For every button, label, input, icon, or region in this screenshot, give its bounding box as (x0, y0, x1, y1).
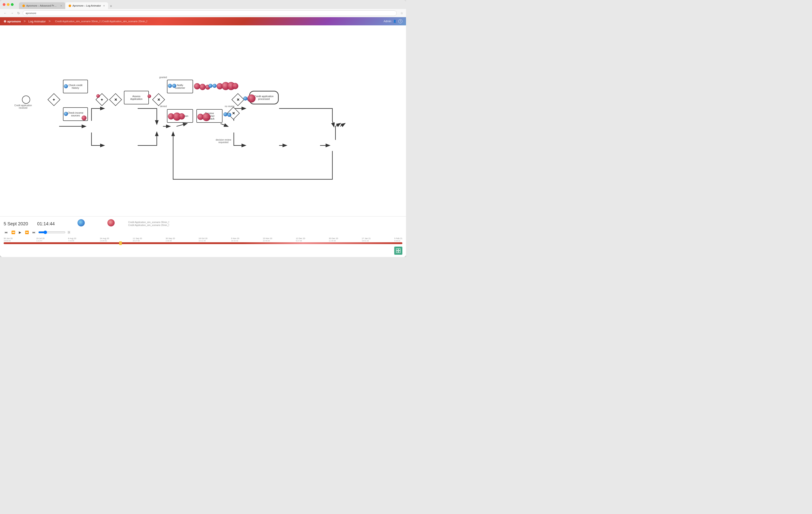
label-decision-review: decision reviewrequested (216, 139, 231, 144)
ts-12: 5 Feb 210:23:31 (394, 237, 402, 242)
token-red-assess (147, 94, 151, 98)
logo-icon: ⊕ (4, 20, 6, 23)
ts-4: 11 Sep 2020:27:50 (133, 237, 142, 242)
address-bar[interactable]: apromore (23, 10, 397, 16)
timeline-track[interactable]: 30 Jun 2019:00:00 19 Jul 201:21:57 6 Aug… (4, 237, 402, 244)
gateway-xor-2: ✕ (152, 93, 165, 106)
token-red-rejection3 (178, 113, 185, 120)
tab-close-icon[interactable]: ✕ (103, 4, 105, 7)
gateway-parallel-1: + (48, 93, 60, 106)
back-button[interactable]: ← (3, 10, 8, 16)
browser-window: 🟠 Apromore – Advanced Process /... ✕ 🟠 A… (0, 0, 406, 257)
tab-advanced-process[interactable]: 🟠 Apromore – Advanced Process /... ✕ (19, 2, 65, 9)
header-separator2: > (49, 19, 51, 23)
ts-1: 19 Jul 201:21:57 (36, 237, 45, 242)
svg-rect-7 (396, 249, 398, 250)
label-granted: granted (159, 76, 167, 79)
header-separator: > (24, 19, 26, 23)
svg-rect-10 (399, 251, 400, 253)
bookmark-icon[interactable]: ☆ (400, 11, 403, 15)
gateway-x-icon3: ✕ (236, 98, 239, 102)
playback-controls: ⏮ ⏪ ▶ ⏩ ⏭ 3 (4, 230, 402, 235)
reload-button[interactable]: ↻ (16, 10, 21, 16)
app-name: apromore (7, 20, 21, 23)
gateway-x-icon2: ✕ (157, 98, 160, 102)
gateway-xor-3: ✕ (232, 93, 244, 106)
header-left: ⊕ apromore > Log Animator > Credit Appli… (4, 19, 147, 23)
svg-line-2 (176, 124, 187, 126)
bottom-panel: 5 Sept 2020 01:14:44 Credit Application_… (0, 216, 406, 257)
ts-6: 18 Oct 2010:11:45 (199, 237, 207, 242)
token-blue-xor4-1 (223, 112, 228, 116)
ts-9: 12 Dec 205:17:38 (296, 237, 305, 242)
svg-line-3 (221, 124, 228, 126)
skip-end-button[interactable]: ⏭ (31, 230, 36, 235)
label-no-review: no review (225, 105, 234, 108)
date-display: 5 Sept 2020 (4, 221, 28, 226)
token-red-income (82, 116, 87, 120)
gateway-plus-icon: + (53, 97, 55, 102)
admin-label: Admin (383, 20, 391, 23)
token-blue-notify2 (172, 84, 176, 88)
legend-area (78, 219, 115, 226)
token-blue-notify1 (168, 84, 172, 88)
gateway-x-icon4: ✕ (232, 111, 235, 116)
tab-close-icon[interactable]: ✕ (60, 4, 62, 7)
tab-list: 🟠 Apromore – Advanced Process /... ✕ 🟠 A… (19, 0, 114, 9)
module-name: Log Animator (28, 20, 46, 23)
tab-label: Apromore – Advanced Process /... (26, 4, 58, 7)
rewind-button[interactable]: ⏪ (10, 230, 16, 235)
token-red-granted2 (199, 84, 206, 90)
bpmn-canvas[interactable]: Credit applicationreceived + Check credi… (0, 25, 406, 216)
ts-7: 5 Nov 2016:33:43 (231, 237, 239, 242)
apromore-logo: ⊕ apromore (4, 20, 21, 23)
timeline-header: 5 Sept 2020 01:14:44 Credit Application_… (4, 219, 402, 228)
gateway-x-icon1: ✕ (114, 98, 117, 102)
main-content: Credit applicationreceived + Check credi… (0, 25, 406, 257)
play-button[interactable]: ▶ (18, 230, 22, 235)
label-denied: denied (160, 105, 167, 108)
app-header: ⊕ apromore > Log Animator > Credit Appli… (0, 17, 406, 25)
minimap-icon[interactable] (394, 247, 402, 255)
legend-dot-blue (78, 219, 85, 226)
maximize-button[interactable] (11, 3, 13, 6)
task-assess[interactable]: AssessApplication (124, 91, 149, 104)
new-tab-button[interactable]: + (108, 3, 114, 9)
forward-button[interactable]: → (9, 10, 14, 16)
speed-value: 3 (67, 231, 70, 234)
skip-start-button[interactable]: ⏮ (4, 230, 9, 235)
help-icon[interactable]: ? (398, 19, 402, 23)
ts-2: 6 Aug 207:43:55 (68, 237, 76, 242)
title-bar: 🟠 Apromore – Advanced Process /... ✕ 🟠 A… (0, 0, 406, 9)
token-blue-xor4-2 (227, 113, 231, 117)
tab-log-animator[interactable]: 🟠 Apromore – Log Animator ✕ (65, 2, 108, 9)
nav-bar: ← → ↻ apromore ☆ (0, 9, 406, 17)
fast-forward-button[interactable]: ⏩ (24, 230, 30, 235)
token-blue-income (64, 112, 68, 116)
time-display: 01:14:44 (37, 221, 55, 226)
token-red-gw2 (96, 94, 100, 98)
breadcrumb: Credit Application_sim_scenario 30min_f … (55, 20, 147, 23)
speed-slider[interactable] (38, 231, 65, 234)
minimap-svg (396, 248, 401, 253)
token-red-end (248, 94, 256, 102)
legend-label-blue: Credit Application_sim_scenario 30min_f (128, 221, 169, 223)
ts-10: 30 Dec 2011:39:36 (329, 237, 338, 242)
traffic-lights (3, 3, 13, 6)
svg-rect-8 (399, 249, 400, 250)
user-icon: 👤 (393, 20, 397, 23)
ts-0: 30 Jun 2019:00:00 (4, 237, 13, 242)
token-blue-credit (64, 84, 68, 88)
timeline-cursor[interactable] (119, 241, 122, 245)
legend-dot-pink (107, 219, 115, 226)
close-button[interactable] (3, 3, 5, 6)
svg-line-6 (340, 124, 345, 126)
minimize-button[interactable] (7, 3, 9, 6)
timeline-bar[interactable] (4, 242, 402, 244)
timeline-labels: 30 Jun 2019:00:00 19 Jul 201:21:57 6 Aug… (4, 237, 402, 242)
start-event (22, 96, 30, 104)
header-right: Admin 👤 ? (383, 19, 402, 23)
token-blue-granted-path (208, 84, 212, 88)
tab-label: Apromore – Log Animator (72, 4, 101, 7)
legend-label-pink: Credit Application_sim_scenario 20min_f (128, 224, 169, 226)
